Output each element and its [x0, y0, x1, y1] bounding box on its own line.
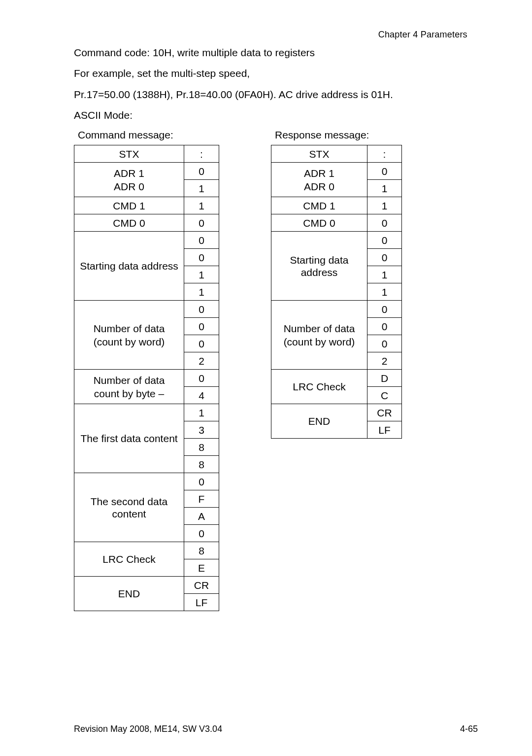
table-row: CMD 11 [74, 197, 219, 214]
footer-page-number: 4-65 [460, 724, 478, 734]
response-row-value: CR [367, 404, 402, 421]
command-row-label: STX [74, 145, 184, 163]
command-row-label: The first data content [74, 404, 184, 473]
response-row-label: STX [271, 145, 367, 163]
table-row: ENDCR [271, 404, 402, 421]
table-row: Starting data address0 [271, 232, 402, 249]
command-row-value: A [184, 508, 219, 525]
response-row-value: 1 [367, 197, 402, 214]
command-row-value: 3 [184, 421, 219, 439]
intro-line-3: Pr.17=50.00 (1388H), Pr.18=40.00 (0FA0H)… [74, 88, 478, 102]
intro-line-2: For example, set the multi-step speed, [74, 67, 478, 80]
command-row-label: LRC Check [74, 542, 184, 577]
response-message-caption: Response message: [275, 129, 402, 141]
command-row-value: 0 [184, 335, 219, 352]
table-row: STX: [74, 145, 219, 163]
header-bar-icon [473, 30, 478, 39]
command-row-value: 0 [184, 232, 219, 249]
response-message-table: STX:ADR 1ADR 001CMD 11CMD 00Starting dat… [271, 145, 402, 439]
table-row: The first data content1 [74, 404, 219, 421]
response-row-value: 0 [367, 249, 402, 266]
table-row: ADR 1ADR 00 [74, 163, 219, 180]
chapter-label: Chapter 4 Parameters [378, 30, 470, 39]
command-row-value: 0 [184, 473, 219, 490]
response-row-value: 0 [367, 163, 402, 180]
response-row-label: ADR 1ADR 0 [271, 163, 367, 197]
command-row-value: 0 [184, 163, 219, 180]
table-row: ENDCR [74, 577, 219, 594]
table-row: CMD 11 [271, 197, 402, 214]
table-row: The second data content0 [74, 473, 219, 490]
response-row-label: CMD 1 [271, 197, 367, 214]
command-row-value: 8 [184, 542, 219, 559]
command-row-label: CMD 1 [74, 197, 184, 214]
command-row-value: 0 [184, 301, 219, 318]
command-row-label: The second data content [74, 473, 184, 542]
table-row: CMD 00 [271, 214, 402, 232]
response-row-value: 0 [367, 232, 402, 249]
command-row-value: : [184, 145, 219, 163]
response-row-value: 2 [367, 352, 402, 370]
command-row-value: E [184, 559, 219, 577]
command-row-value: 0 [184, 318, 219, 335]
command-row-label: Number of data(count by word) [74, 301, 184, 370]
response-row-label: Starting data address [271, 232, 367, 301]
footer-revision: Revision May 2008, ME14, SW V3.04 [74, 724, 222, 734]
response-row-value: : [367, 145, 402, 163]
command-row-value: 1 [184, 404, 219, 421]
response-row-value: LF [367, 421, 402, 439]
command-row-value: 1 [184, 283, 219, 301]
command-row-value: 4 [184, 387, 219, 404]
response-row-value: 0 [367, 214, 402, 232]
command-row-value: 0 [184, 370, 219, 387]
command-row-value: 8 [184, 456, 219, 473]
command-row-label: CMD 0 [74, 214, 184, 232]
response-row-value: 0 [367, 335, 402, 352]
command-row-value: CR [184, 577, 219, 594]
command-row-value: 2 [184, 352, 219, 370]
response-row-value: 0 [367, 301, 402, 318]
response-row-value: 0 [367, 318, 402, 335]
response-message-block: Response message: STX:ADR 1ADR 001CMD 11… [271, 129, 402, 439]
response-row-value: C [367, 387, 402, 404]
command-row-value: LF [184, 594, 219, 611]
response-row-label: END [271, 404, 367, 439]
table-row: CMD 00 [74, 214, 219, 232]
response-row-label: Number of data(count by word) [271, 301, 367, 370]
command-row-value: 1 [184, 266, 219, 283]
table-row: LRC Check8 [74, 542, 219, 559]
response-row-value: 1 [367, 283, 402, 301]
command-row-value: 0 [184, 249, 219, 266]
command-message-table: STX:ADR 1ADR 001CMD 11CMD 00Starting dat… [74, 145, 219, 611]
command-row-label: Starting data address [74, 232, 184, 301]
intro-line-4: ASCII Mode: [74, 108, 478, 122]
command-row-value: F [184, 490, 219, 508]
table-row: LRC CheckD [271, 370, 402, 387]
command-row-label: ADR 1ADR 0 [74, 163, 184, 197]
command-row-label: END [74, 577, 184, 611]
command-row-value: 0 [184, 525, 219, 542]
command-row-value: 1 [184, 197, 219, 214]
intro-line-1: Command code: 10H, write multiple data t… [74, 46, 478, 60]
command-row-value: 8 [184, 439, 219, 456]
response-row-value: 1 [367, 180, 402, 197]
command-message-caption: Command message: [78, 129, 219, 141]
command-row-value: 1 [184, 180, 219, 197]
table-row: Number of data(count by word)0 [74, 301, 219, 318]
response-row-label: CMD 0 [271, 214, 367, 232]
table-row: Starting data address0 [74, 232, 219, 249]
command-row-value: 0 [184, 214, 219, 232]
command-row-label: Number of datacount by byte – [74, 370, 184, 404]
page-footer: Revision May 2008, ME14, SW V3.04 4-65 [74, 724, 478, 734]
table-row: STX: [271, 145, 402, 163]
table-row: Number of datacount by byte –0 [74, 370, 219, 387]
table-row: Number of data(count by word)0 [271, 301, 402, 318]
response-row-value: 1 [367, 266, 402, 283]
command-message-block: Command message: STX:ADR 1ADR 001CMD 11C… [74, 129, 219, 611]
response-row-label: LRC Check [271, 370, 367, 404]
table-row: ADR 1ADR 00 [271, 163, 402, 180]
response-row-value: D [367, 370, 402, 387]
page-header: Chapter 4 Parameters [74, 30, 478, 40]
